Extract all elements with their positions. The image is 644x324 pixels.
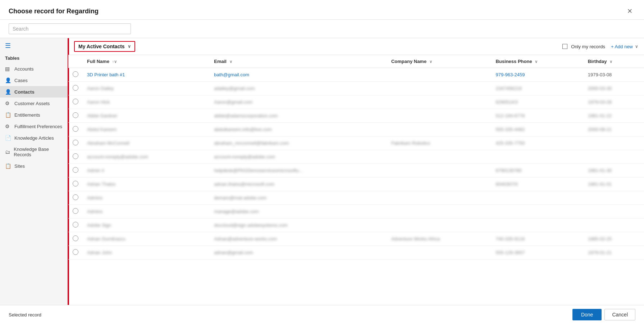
done-button[interactable]: Done: [572, 309, 602, 320]
sidebar-item-entitlements[interactable]: 📋 Entitlements: [0, 109, 68, 121]
table-row: Admins manage@adobe.com: [68, 205, 644, 219]
row-radio-10[interactable]: [73, 208, 78, 214]
sidebar-item-knowledge-articles[interactable]: 📄 Knowledge Articles: [0, 132, 68, 144]
only-my-records-text: Only my records: [571, 44, 605, 49]
company-sort-icon[interactable]: ∨: [429, 59, 432, 64]
row-radio-3[interactable]: [73, 112, 78, 118]
row-company-cell: [387, 205, 492, 219]
toolbar-right: Only my records + Add new ∨: [562, 44, 638, 49]
row-company-cell: [387, 68, 492, 82]
row-name-cell: Adnan Dumitrascu: [83, 232, 210, 246]
row-company-cell: [387, 164, 492, 177]
cancel-button[interactable]: Cancel: [604, 309, 635, 320]
row-birthday-cell: 1979-01-21: [584, 246, 644, 260]
dialog-title: Choose record for Regarding: [9, 8, 99, 15]
row-company-cell: [387, 109, 492, 123]
fulfillment-icon: ⚙: [5, 123, 12, 129]
row-email-cell: manage@adobe.com: [210, 205, 387, 219]
table-row: Adnan John adnan@gmail.com 555-129-3657 …: [68, 246, 644, 260]
table-row: Aaron Dailey adailey@gmail.com 234745621…: [68, 82, 644, 95]
row-radio-1[interactable]: [73, 85, 78, 91]
row-radio-cell: [68, 232, 83, 246]
row-birthday-cell: 1985-02-25: [584, 232, 644, 246]
row-radio-9[interactable]: [73, 194, 78, 200]
sidebar-item-knowledge-base-records[interactable]: 🗂 Knowledge Base Records: [0, 144, 68, 160]
business-phone-col-header[interactable]: Business Phone ∨: [491, 55, 583, 68]
row-name-cell: Aaron Hick: [83, 95, 210, 109]
sidebar: ☰ Tables ▤ Accounts 👤 Cases 👤 Contacts ⚙…: [0, 38, 68, 305]
row-phone-cell: 2347456219: [491, 82, 583, 95]
row-radio-13[interactable]: [73, 249, 78, 255]
row-radio-12[interactable]: [73, 235, 78, 241]
row-radio-5[interactable]: [73, 140, 78, 145]
table-row: Abdul Kareem abdulkareem.info@live.com 5…: [68, 123, 644, 136]
row-name-cell: Adobe Sign: [83, 219, 210, 232]
row-radio-6[interactable]: [73, 153, 78, 159]
row-radio-cell: [68, 191, 83, 205]
row-company-cell: [387, 150, 492, 164]
row-phone-cell: 555-335-4482: [491, 123, 583, 136]
row-name-cell: Admins: [83, 205, 210, 219]
row-email-cell: helpdesk@PKGDemoserviceomicrosoftu...: [210, 164, 387, 177]
sidebar-item-label: Contacts: [14, 89, 35, 95]
row-phone-cell: 512-194-6776: [491, 109, 583, 123]
row-radio-0[interactable]: [73, 71, 78, 77]
row-radio-11[interactable]: [73, 222, 78, 228]
sidebar-item-fulfillment-preferences[interactable]: ⚙ Fulfillment Preferences: [0, 121, 68, 132]
add-new-button[interactable]: + Add new ∨: [611, 44, 638, 49]
select-col-header: [68, 55, 83, 68]
sidebar-item-label: Accounts: [14, 66, 33, 72]
row-email-cell: adnan.thalss@microsoft.com: [210, 177, 387, 191]
row-name-cell: Abbie Gardner: [83, 109, 210, 123]
row-name-cell: 3D Printer bath #1: [83, 68, 210, 82]
row-radio-cell: [68, 219, 83, 232]
row-birthday-cell: [584, 150, 644, 164]
table-row: Abbie Gardner abbie@adamscorporation.com…: [68, 109, 644, 123]
birthday-sort-icon[interactable]: ∨: [609, 59, 612, 64]
customer-assets-icon: ⚙: [5, 100, 12, 106]
row-radio-cell: [68, 164, 83, 177]
sidebar-item-cases[interactable]: 👤 Cases: [0, 75, 68, 86]
table-row: Aaron Hick Aaron@gmail.com 6290514/3 197…: [68, 95, 644, 109]
sidebar-item-customer-assets[interactable]: ⚙ Customer Assets: [0, 98, 68, 109]
selected-record-label: Selected record: [9, 312, 41, 318]
full-name-col-header[interactable]: Full Name ↑∨: [83, 55, 210, 68]
entitlements-icon: 📋: [5, 112, 12, 118]
email-col-header[interactable]: Email ∨: [210, 55, 387, 68]
close-button[interactable]: ✕: [624, 6, 635, 17]
row-phone-cell: [491, 150, 583, 164]
email-sort-icon[interactable]: ∨: [229, 59, 232, 64]
row-birthday-cell: [584, 136, 644, 150]
only-my-records-checkbox[interactable]: [562, 44, 567, 49]
sidebar-item-contacts[interactable]: 👤 Contacts: [0, 86, 68, 98]
view-selector[interactable]: My Active Contacts ∨: [74, 41, 135, 52]
row-birthday-cell: 1979-03-28: [584, 95, 644, 109]
hamburger-menu[interactable]: ☰: [0, 38, 68, 53]
row-phone-cell: [491, 191, 583, 205]
row-radio-4[interactable]: [73, 126, 78, 132]
table-row: Adobe Sign doccloud@sign.adobesystems.co…: [68, 219, 644, 232]
sidebar-item-sites[interactable]: 📋 Sites: [0, 160, 68, 172]
search-input[interactable]: [9, 23, 131, 34]
birthday-col-header[interactable]: Birthday ∨: [584, 55, 644, 68]
row-name-cell: Abdul Kareem: [83, 123, 210, 136]
row-birthday-cell: 1981-01-01: [584, 177, 644, 191]
row-birthday-cell: [584, 219, 644, 232]
row-phone-cell: 6040307/0: [491, 177, 583, 191]
row-name-cell: Admins: [83, 191, 210, 205]
phone-sort-icon[interactable]: ∨: [535, 59, 538, 64]
row-company-cell: [387, 123, 492, 136]
sidebar-item-accounts[interactable]: ▤ Accounts: [0, 63, 68, 75]
company-name-col-header[interactable]: Company Name ∨: [387, 55, 492, 68]
search-bar: [0, 20, 644, 38]
dialog-footer: Selected record Done Cancel: [0, 305, 644, 324]
table-row: Adrian Thalss adnan.thalss@microsoft.com…: [68, 177, 644, 191]
row-radio-7[interactable]: [73, 167, 78, 173]
row-radio-8[interactable]: [73, 181, 78, 186]
row-name-cell: Aaron Dailey: [83, 82, 210, 95]
sidebar-item-label: Fulfillment Preferences: [14, 124, 62, 129]
full-name-sort-icon[interactable]: ↑∨: [112, 59, 117, 64]
row-email-cell: adailey@gmail.com: [210, 82, 387, 95]
only-my-records-label[interactable]: Only my records: [562, 44, 605, 49]
row-radio-2[interactable]: [73, 99, 78, 104]
